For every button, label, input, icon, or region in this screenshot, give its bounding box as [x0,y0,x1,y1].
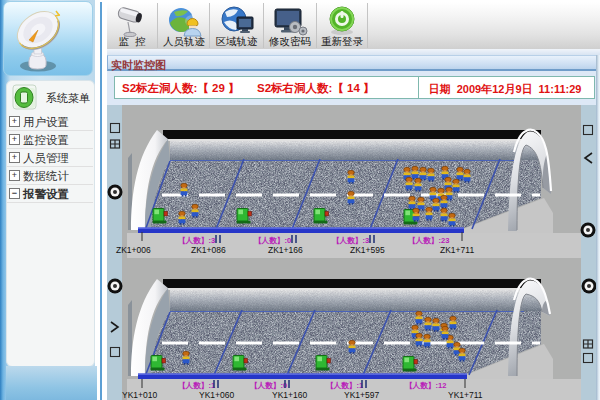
svg-text:YK1+010: YK1+010 [122,390,157,400]
svg-text:YK1+711: YK1+711 [448,390,483,400]
svg-text:【人数】:23: 【人数】:23 [408,236,449,245]
svg-text:【人数】:3: 【人数】:3 [332,236,369,245]
svg-text:YK1+060: YK1+060 [199,390,234,400]
svg-text:【人数】:12: 【人数】:12 [405,381,446,390]
svg-text:YK1+597: YK1+597 [344,390,379,400]
svg-text:【人数】:3: 【人数】:3 [178,236,215,245]
svg-text:YK1+160: YK1+160 [272,390,307,400]
svg-text:【人数】:0: 【人数】:0 [250,381,287,390]
svg-text:ZK1+006: ZK1+006 [116,245,151,255]
svg-text:【人数】:1: 【人数】:1 [178,381,216,390]
svg-text:ZK1+086: ZK1+086 [191,245,226,255]
svg-text:ZK1+166: ZK1+166 [268,245,303,255]
svg-text:【人数】:1: 【人数】:1 [326,381,364,390]
svg-text:【人数】:0: 【人数】:0 [254,236,291,245]
svg-text:ZK1+711: ZK1+711 [440,245,474,255]
svg-text:ZK1+595: ZK1+595 [350,245,385,255]
